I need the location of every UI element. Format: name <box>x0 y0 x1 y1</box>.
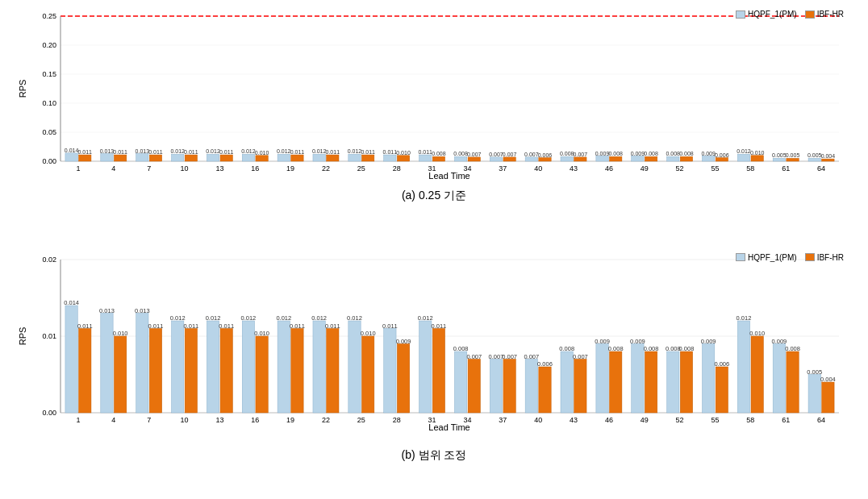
svg-text:0.011: 0.011 <box>383 149 398 155</box>
svg-rect-158 <box>313 321 325 413</box>
svg-rect-27 <box>185 155 197 161</box>
svg-rect-152 <box>256 336 268 413</box>
svg-text:0.00: 0.00 <box>42 409 56 417</box>
svg-text:16: 16 <box>251 164 259 173</box>
svg-text:0.006: 0.006 <box>715 152 729 158</box>
svg-text:49: 49 <box>641 416 649 424</box>
svg-rect-31 <box>220 155 232 161</box>
svg-rect-49 <box>384 155 396 161</box>
svg-text:0.007: 0.007 <box>524 152 539 157</box>
svg-text:0.012: 0.012 <box>170 314 186 322</box>
legend-b-ibf: IBF-HR <box>805 253 844 262</box>
svg-text:0.011: 0.011 <box>432 322 447 329</box>
legend-hqpf-label: HQPF_1(PM) <box>748 10 797 19</box>
svg-text:0.15: 0.15 <box>42 70 56 78</box>
svg-text:49: 49 <box>641 164 649 173</box>
svg-text:0.008: 0.008 <box>644 151 658 156</box>
svg-text:0.011: 0.011 <box>418 149 432 155</box>
svg-rect-184 <box>539 367 551 413</box>
svg-text:46: 46 <box>605 164 613 173</box>
svg-text:0.011: 0.011 <box>361 149 375 155</box>
svg-text:0.20: 0.20 <box>42 41 56 49</box>
svg-text:22: 22 <box>322 164 330 173</box>
svg-text:0.010: 0.010 <box>255 150 269 156</box>
legend-hqpf: HQPF_1(PM) <box>736 10 797 19</box>
svg-text:0.007: 0.007 <box>574 152 588 157</box>
svg-rect-216 <box>822 382 834 413</box>
svg-text:0.009: 0.009 <box>701 337 716 344</box>
svg-text:0.012: 0.012 <box>737 314 752 322</box>
svg-rect-134 <box>101 313 113 413</box>
svg-rect-53 <box>419 155 432 161</box>
svg-text:0.006: 0.006 <box>537 360 553 368</box>
svg-text:0.011: 0.011 <box>325 322 340 329</box>
svg-rect-75 <box>610 156 622 161</box>
svg-rect-132 <box>79 328 91 413</box>
svg-text:0.012: 0.012 <box>206 314 221 322</box>
svg-rect-65 <box>525 157 537 161</box>
svg-rect-208 <box>751 336 763 413</box>
svg-rect-95 <box>787 158 799 161</box>
chart-b-title: (b) 범위 조정 <box>402 448 467 463</box>
svg-rect-63 <box>503 157 515 161</box>
svg-text:0.011: 0.011 <box>219 149 234 155</box>
chart-a-title: (a) 0.25 기준 <box>402 189 466 203</box>
svg-text:0.005: 0.005 <box>807 368 822 375</box>
svg-text:28: 28 <box>393 416 401 424</box>
legend-b-ibf-label: IBF-HR <box>817 253 844 262</box>
svg-text:0.05: 0.05 <box>42 128 56 136</box>
svg-text:0.008: 0.008 <box>608 151 623 156</box>
svg-text:0.008: 0.008 <box>560 151 574 156</box>
svg-text:0.012: 0.012 <box>170 148 185 154</box>
svg-rect-210 <box>773 343 785 413</box>
svg-text:0.007: 0.007 <box>573 352 588 360</box>
svg-rect-160 <box>327 328 339 413</box>
svg-text:0.011: 0.011 <box>77 322 93 329</box>
legend-ibf: IBF-HR <box>805 10 844 19</box>
svg-text:0.007: 0.007 <box>503 152 517 157</box>
svg-text:0.008: 0.008 <box>679 151 694 156</box>
svg-rect-69 <box>561 156 573 161</box>
svg-text:7: 7 <box>147 164 151 173</box>
svg-rect-39 <box>291 155 303 161</box>
svg-rect-51 <box>397 156 409 161</box>
chart-a-legend: HQPF_1(PM) IBF-HR <box>736 10 844 19</box>
svg-rect-196 <box>645 351 657 413</box>
svg-text:13: 13 <box>215 416 223 424</box>
svg-text:0.01: 0.01 <box>42 332 56 340</box>
svg-text:55: 55 <box>711 164 719 173</box>
svg-text:61: 61 <box>782 416 790 424</box>
svg-text:0.010: 0.010 <box>254 330 269 337</box>
svg-text:52: 52 <box>676 416 684 424</box>
svg-text:0.009: 0.009 <box>396 337 411 344</box>
svg-rect-148 <box>220 328 232 413</box>
svg-rect-67 <box>539 158 551 161</box>
legend-ibf-label: IBF-HR <box>817 10 844 19</box>
svg-text:0.008: 0.008 <box>644 345 659 352</box>
svg-text:46: 46 <box>605 416 613 424</box>
svg-text:0.008: 0.008 <box>785 345 800 352</box>
svg-rect-202 <box>702 343 714 413</box>
svg-rect-77 <box>632 156 644 161</box>
svg-text:0.010: 0.010 <box>396 150 411 156</box>
svg-text:0.011: 0.011 <box>290 149 305 155</box>
svg-text:0.00: 0.00 <box>42 157 56 165</box>
chart-a-x-label: Lead Time <box>428 171 469 181</box>
svg-rect-212 <box>787 351 799 413</box>
svg-text:0.013: 0.013 <box>99 306 115 314</box>
svg-rect-166 <box>384 328 396 413</box>
svg-rect-35 <box>256 156 268 161</box>
svg-text:0.010: 0.010 <box>749 330 765 337</box>
svg-text:0.25: 0.25 <box>42 12 56 20</box>
svg-text:0.013: 0.013 <box>136 148 150 154</box>
svg-rect-15 <box>79 155 91 161</box>
svg-text:0.004: 0.004 <box>821 153 836 159</box>
svg-text:10: 10 <box>181 416 189 424</box>
svg-rect-190 <box>596 343 608 413</box>
svg-text:13: 13 <box>215 164 223 173</box>
svg-text:16: 16 <box>251 416 259 424</box>
svg-rect-73 <box>596 156 608 161</box>
svg-text:0.007: 0.007 <box>489 152 503 157</box>
svg-text:0.012: 0.012 <box>241 314 257 322</box>
svg-rect-61 <box>490 157 502 161</box>
